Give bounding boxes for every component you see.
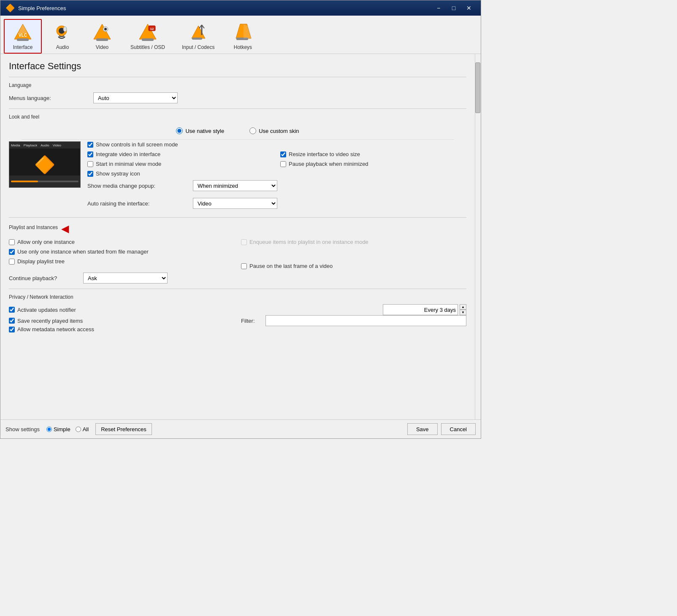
native-style-radio[interactable]	[176, 127, 183, 134]
language-header: Language	[9, 82, 466, 88]
spinner-up-button[interactable]: ▲	[460, 304, 466, 310]
tab-audio-label: Audio	[56, 44, 69, 50]
privacy-header: Privacy / Network Interaction	[9, 294, 466, 300]
pause-last-frame-row: Pause on the last frame of a video	[241, 263, 466, 269]
allow-metadata-checkbox[interactable]	[9, 327, 15, 332]
svg-point-10	[104, 28, 107, 30]
pause-last-frame-checkbox[interactable]	[241, 263, 247, 269]
pause-minimized-checkbox[interactable]	[280, 161, 286, 167]
show-media-popup-label: Show media change popup:	[87, 183, 193, 189]
style-radio-divider	[22, 139, 454, 140]
start-minimal-label: Start in minimal view mode	[96, 161, 161, 167]
resize-interface-label: Resize interface to video size	[289, 151, 360, 157]
preview-progress-fill	[11, 181, 38, 182]
enqueue-items-label: Enqueue items into playlist in one insta…	[249, 239, 368, 245]
red-arrow-icon: ◀	[61, 223, 69, 235]
pause-minimized-row: Pause playback when minimized	[280, 161, 466, 167]
resize-interface-checkbox[interactable]	[280, 151, 286, 157]
custom-skin-radio[interactable]	[249, 127, 256, 134]
tab-audio[interactable]: Audio	[43, 19, 81, 54]
tab-subtitles[interactable]: 12 Subtitles / OSD	[123, 19, 173, 54]
auto-raising-select[interactable]: Video	[193, 198, 277, 209]
auto-raising-row: Auto raising the interface: Video	[87, 198, 466, 209]
show-systray-row: Show systray icon	[87, 170, 274, 177]
scrollbar-track[interactable]	[475, 54, 481, 419]
filter-input[interactable]	[265, 315, 466, 326]
tab-hotkeys-label: Hotkeys	[234, 44, 252, 50]
continue-playback-select[interactable]: Ask	[83, 273, 168, 284]
allow-one-instance-checkbox[interactable]	[9, 239, 15, 245]
enqueue-items-checkbox[interactable]	[241, 239, 247, 245]
start-minimal-checkbox[interactable]	[87, 161, 93, 167]
simple-radio-label: Simple	[54, 426, 70, 432]
svg-point-6	[63, 27, 67, 32]
integrate-video-checkbox[interactable]	[87, 151, 93, 157]
simple-radio[interactable]	[46, 427, 52, 432]
svg-rect-2	[17, 38, 29, 41]
custom-skin-option[interactable]: Use custom skin	[249, 127, 299, 134]
updates-frequency-control: Every 3 days ▲ ▼	[383, 304, 466, 315]
start-minimal-row: Start in minimal view mode	[87, 161, 274, 167]
interface-icon: VLC	[13, 22, 33, 43]
privacy-section: Privacy / Network Interaction Activate u…	[9, 294, 466, 332]
activate-updates-label: Activate updates notifier	[17, 307, 76, 313]
reset-preferences-button[interactable]: Reset Preferences	[95, 423, 152, 435]
spinner-down-button[interactable]: ▼	[460, 310, 466, 315]
save-recently-checkbox-row: Save recently played items	[9, 318, 234, 324]
svg-text:12: 12	[150, 27, 154, 31]
close-button[interactable]: ✕	[462, 3, 476, 13]
checkboxes-right-col: Resize interface to video size Pause pla…	[280, 151, 466, 177]
show-controls-checkbox[interactable]	[87, 142, 93, 148]
native-style-option[interactable]: Use native style	[176, 127, 224, 134]
use-one-instance-file-checkbox[interactable]	[9, 249, 15, 255]
pause-last-frame-label: Pause on the last frame of a video	[249, 263, 333, 269]
tab-interface[interactable]: VLC Interface	[4, 19, 42, 54]
checkboxes-left-col: Integrate video in interface Start in mi…	[87, 151, 274, 177]
menus-language-label: Menus language:	[9, 95, 93, 101]
cancel-button[interactable]: Cancel	[441, 423, 476, 435]
save-recently-checkbox[interactable]	[9, 318, 15, 324]
title-divider	[9, 77, 466, 77]
title-bar: 🔶 Simple Preferences − □ ✕	[0, 0, 481, 16]
bottom-left: Show settings Simple All Reset Preferenc…	[5, 423, 152, 435]
all-radio[interactable]	[76, 427, 81, 432]
native-style-label: Use native style	[185, 128, 224, 134]
show-controls-row: Show controls in full screen mode	[87, 141, 466, 148]
show-media-popup-select[interactable]: When minimized	[193, 180, 277, 191]
input-icon	[188, 22, 209, 43]
playlist-header: Playlist and Instances	[9, 224, 58, 230]
tab-subtitles-label: Subtitles / OSD	[130, 44, 165, 50]
activate-updates-checkbox[interactable]	[9, 307, 15, 313]
save-button[interactable]: Save	[407, 423, 438, 435]
display-playlist-tree-checkbox[interactable]	[9, 259, 15, 265]
tab-input[interactable]: Input / Codecs	[174, 19, 222, 54]
filter-label: Filter:	[241, 318, 262, 324]
tab-interface-label: Interface	[13, 44, 33, 50]
simple-radio-option[interactable]: Simple	[46, 426, 70, 432]
show-systray-checkbox[interactable]	[87, 171, 93, 177]
svg-marker-1	[18, 24, 27, 33]
updates-row: Activate updates notifier Every 3 days ▲…	[9, 304, 466, 315]
allow-one-instance-row: Allow only one instance	[9, 239, 234, 245]
allow-one-instance-label: Allow only one instance	[17, 239, 75, 245]
preview-controls	[9, 176, 80, 187]
restore-button[interactable]: □	[447, 3, 460, 13]
menus-language-select[interactable]: Auto	[93, 92, 178, 103]
tab-video[interactable]: Video	[83, 19, 121, 54]
content-area: Interface Settings Language Menus langua…	[0, 54, 481, 419]
updates-frequency-input[interactable]: Every 3 days	[383, 304, 458, 315]
show-media-popup-row: Show media change popup: When minimized	[87, 180, 466, 191]
preview-menu-video: Video	[53, 143, 61, 147]
tab-hotkeys[interactable]: Hotkeys	[224, 19, 262, 54]
allow-metadata-row: Allow metadata network access	[9, 326, 466, 332]
integrate-video-label: Integrate video in interface	[96, 151, 160, 157]
all-radio-option[interactable]: All	[76, 426, 89, 432]
scrollbar-thumb[interactable]	[475, 62, 480, 113]
integrate-video-row: Integrate video in interface	[87, 151, 274, 157]
continue-playback-row: Continue playback? Ask	[9, 273, 466, 284]
preview-menu-playback: Playback	[24, 143, 37, 147]
minimize-button[interactable]: −	[432, 3, 445, 13]
use-one-instance-file-label: Use only one instance when started from …	[17, 249, 149, 255]
pause-minimized-label: Pause playback when minimized	[289, 161, 368, 167]
custom-skin-label: Use custom skin	[259, 128, 299, 134]
